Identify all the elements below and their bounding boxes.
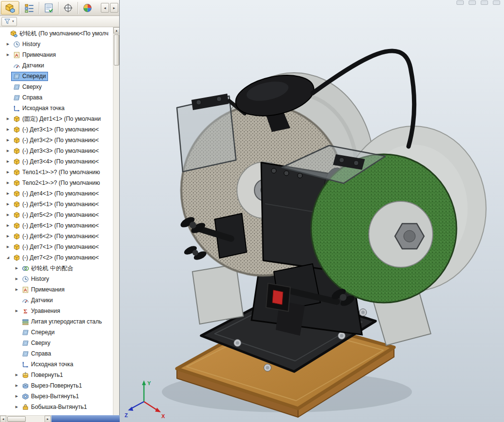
tree-row[interactable]: Датчики <box>0 60 113 71</box>
tree-row[interactable]: ▶ (-) Дет3<4> (По умолчанию< <box>0 156 113 167</box>
scroll-up-icon: ▲ <box>115 29 118 32</box>
tree-row[interactable]: ▶ History <box>0 39 113 49</box>
tree-row[interactable]: Справа <box>0 92 113 103</box>
tree-item-label: Спереди <box>22 73 46 80</box>
tree-row[interactable]: ▶ 砂轮机 中的配合 <box>0 263 113 274</box>
expand-arrow[interactable]: ▶ <box>5 42 11 46</box>
tree-row[interactable]: Датчики <box>0 295 113 306</box>
tree-item-label: Литая углеродистая сталь <box>31 318 102 325</box>
tree-row[interactable]: ▶ (-) Дет3<2> (По умолчанию< <box>0 135 113 146</box>
feature-manager-tab[interactable] <box>20 1 38 15</box>
expand-arrow[interactable]: ▶ <box>14 394 20 398</box>
tree-row[interactable]: ▶ (-) Дет6<2> (По умолчанию< <box>0 231 113 242</box>
display-manager-tab[interactable] <box>79 1 96 15</box>
tree-row[interactable]: Исходная точка <box>0 103 113 114</box>
tree-row[interactable]: ▶ Вырез-Вытянуть1 <box>0 391 113 402</box>
tree-row[interactable]: ▶ Бобышка-Вытянуть1 <box>0 402 113 412</box>
expand-arrow[interactable]: ◢ <box>5 256 11 260</box>
tree-row[interactable]: ◢ (-) Дет7<2> (По умолчанию< <box>0 252 113 263</box>
tree-row[interactable]: ▶ Тело2<1>->? (По умолчанию <box>0 178 113 188</box>
tree-vertical-scrollbar[interactable]: ▲ ▼ <box>113 27 119 422</box>
tree-row[interactable]: ▶ Тело1<1>->? (По умолчанию <box>0 167 113 178</box>
tree-row[interactable]: Спереди <box>0 71 113 81</box>
expand-arrow[interactable]: ▶ <box>14 405 20 409</box>
property-manager-tab[interactable] <box>40 1 58 15</box>
tree-row[interactable]: ▶ Вырез-Повернуть1 <box>0 380 113 391</box>
tree-row[interactable]: 砂轮机 (По умолчанию<По умолч <box>0 28 113 39</box>
expand-arrow[interactable]: ▶ <box>14 309 20 313</box>
part-icon <box>13 147 20 155</box>
expand-arrow[interactable]: ▶ <box>5 117 11 121</box>
part-icon <box>13 158 20 165</box>
tree-row[interactable]: ▶ (固定) Дет1<1> (По умолчани <box>0 114 113 124</box>
expand-arrow[interactable]: ▶ <box>5 245 11 249</box>
configuration-manager-tab[interactable] <box>59 1 77 15</box>
tree-row[interactable]: Сверху <box>0 81 113 92</box>
triad-z-label: Z <box>125 412 128 418</box>
tree-filter-bar: ▼ <box>0 16 119 27</box>
tree-row[interactable]: Сверху <box>0 338 113 348</box>
scroll-left-button[interactable]: ◄ <box>0 416 6 422</box>
tree-row[interactable]: ▶ (-) Дет6<1> (По умолчанию< <box>0 220 113 231</box>
scroll-right-button[interactable]: ► <box>45 416 51 422</box>
tree-row[interactable]: ▶ (-) Дет4<1> (По умолчанию< <box>0 188 113 199</box>
equations-icon <box>22 308 29 315</box>
tree-row[interactable]: ▶ (-) Дет3<3> (По умолчанию< <box>0 146 113 156</box>
tree-row[interactable]: ▶ Примечания <box>0 284 113 295</box>
tree-row[interactable]: ▶ (-) Дет7<1> (По умолчанию< <box>0 242 113 252</box>
expand-arrow[interactable]: ▶ <box>14 277 20 281</box>
expand-arrow[interactable]: ▶ <box>5 192 11 195</box>
tree-row[interactable]: ▶ Уравнения <box>0 306 113 316</box>
plane-icon <box>22 340 29 347</box>
panel-forward-button[interactable]: ► <box>110 3 118 13</box>
part-icon <box>13 115 20 123</box>
expand-arrow[interactable]: ▶ <box>14 384 20 388</box>
assembly-tab[interactable] <box>1 1 19 15</box>
tree-item-label: (-) Дет3<2> (По умолчанию< <box>22 137 99 144</box>
tree-row[interactable]: ▶ Повернуть1 <box>0 370 113 380</box>
expand-arrow[interactable]: ▶ <box>14 288 20 292</box>
scroll-up-button[interactable]: ▲ <box>113 27 119 33</box>
scroll-left-icon: ◄ <box>2 418 5 421</box>
expand-arrow[interactable]: ▶ <box>5 149 11 153</box>
window-resize-strip <box>51 415 120 422</box>
tree-row[interactable]: ▶ (-) Дет3<1> (По умолчанию< <box>0 124 113 135</box>
tree-rows: 砂轮机 (По умолчанию<По умолч ▶ History ▶ П… <box>0 27 113 422</box>
tree-row[interactable]: Литая углеродистая сталь <box>0 316 113 327</box>
tree-row[interactable]: Справа <box>0 348 113 359</box>
expand-arrow[interactable]: ▶ <box>5 224 11 227</box>
expand-arrow[interactable]: ▶ <box>5 170 11 174</box>
expand-arrow[interactable]: ▶ <box>5 138 11 142</box>
tree-row[interactable]: Спереди <box>0 327 113 338</box>
expand-arrow[interactable]: ▶ <box>14 373 20 377</box>
filter-button[interactable]: ▼ <box>1 17 17 26</box>
orientation-triad: Y X Z <box>125 377 169 419</box>
graphics-viewport[interactable]: Y X Z <box>120 0 504 422</box>
tree-item-label: (-) Дет7<2> (По умолчанию< <box>22 254 99 261</box>
tree-item-label: Примечания <box>31 286 64 293</box>
expand-arrow[interactable]: ▶ <box>14 266 20 270</box>
expand-arrow[interactable]: ▶ <box>5 181 11 185</box>
tree-item-label: Бобышка-Вытянуть1 <box>31 404 87 410</box>
horizontal-scroll-thumb[interactable] <box>7 416 26 422</box>
expand-arrow[interactable]: ▶ <box>5 202 11 206</box>
tree-row[interactable]: Исходная точка <box>0 359 113 370</box>
expand-arrow[interactable]: ▶ <box>5 53 11 57</box>
tree-row[interactable]: ▶ Примечания <box>0 49 113 60</box>
tree-item-label: Справа <box>31 350 51 357</box>
tree-item-label: (-) Дет3<3> (По умолчанию< <box>22 147 99 154</box>
tree-row[interactable]: ▶ History <box>0 274 113 284</box>
tree-horizontal-scrollbar[interactable]: ◄ ► <box>0 415 51 422</box>
tree-item-label: (-) Дет3<4> (По умолчанию< <box>22 158 99 165</box>
plane-icon <box>13 73 20 80</box>
expand-arrow[interactable]: ▶ <box>5 128 11 131</box>
tree-row[interactable]: ▶ (-) Дет5<2> (По умолчанию< <box>0 210 113 220</box>
vertical-scroll-thumb[interactable] <box>114 34 119 65</box>
tree-item-label: Тело1<1>->? (По умолчанию <box>22 169 100 176</box>
expand-arrow[interactable]: ▶ <box>5 160 11 163</box>
expand-arrow[interactable]: ▶ <box>5 213 11 217</box>
tree-row[interactable]: ▶ (-) Дет5<1> (По умолчанию< <box>0 199 113 210</box>
expand-arrow[interactable]: ▶ <box>5 234 11 238</box>
bench-grinder-model[interactable] <box>120 0 504 422</box>
panel-back-button[interactable]: ◄ <box>101 3 109 13</box>
